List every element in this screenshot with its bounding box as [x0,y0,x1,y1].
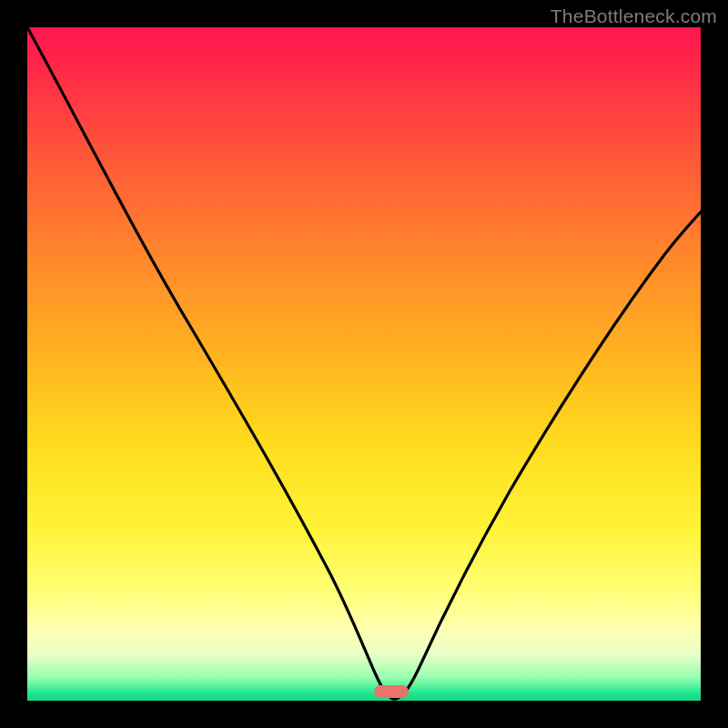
plot-area [27,27,701,701]
bottleneck-curve [27,27,701,699]
curve-layer [27,27,701,701]
chart-frame: TheBottleneck.com [0,0,728,728]
attribution-label: TheBottleneck.com [551,5,717,27]
min-marker [374,685,409,698]
